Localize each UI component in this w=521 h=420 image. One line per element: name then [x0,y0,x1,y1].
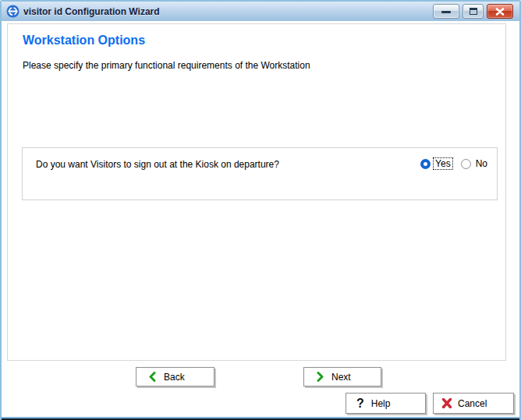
question-groupbox: Do you want Visitors to sign out at the … [22,147,498,200]
back-button[interactable]: Back [136,367,214,386]
cancel-x-icon [441,398,452,408]
bottom-window-edge [0,417,521,420]
help-button[interactable]: ? Help [346,393,426,414]
wizard-window: visitor id Configuration Wizard Workstat… [0,0,521,420]
question-label: Do you want Visitors to sign out at the … [36,159,279,170]
radio-option-yes[interactable]: Yes [420,157,453,170]
wizard-page-panel: Workstation Options Please specify the p… [7,23,506,361]
cancel-button-label: Cancel [458,398,487,409]
close-icon [495,5,505,19]
maximize-button[interactable] [463,4,484,19]
back-button-label: Back [164,372,185,383]
radio-no-label[interactable]: No [473,157,490,170]
title-bar[interactable]: visitor id Configuration Wizard [2,2,519,22]
chevron-left-icon [149,372,156,382]
radio-yes-label[interactable]: Yes [433,157,453,170]
help-question-icon: ? [356,397,364,410]
chevron-right-icon [317,372,324,382]
window-controls [433,4,513,19]
minimize-icon [441,11,451,13]
close-button[interactable] [487,4,513,19]
radio-yes-icon[interactable] [420,159,431,169]
radio-option-no[interactable]: No [461,157,490,170]
radio-no-icon[interactable] [461,159,471,169]
cancel-button[interactable]: Cancel [433,393,514,414]
page-subtitle: Please specify the primary functional re… [23,60,310,71]
help-button-label: Help [371,398,391,409]
window-title: visitor id Configuration Wizard [23,6,433,17]
radio-group-sign-out: Yes No [420,157,490,170]
next-button[interactable]: Next [303,367,381,386]
minimize-button[interactable] [433,4,459,19]
page-title: Workstation Options [23,34,145,48]
visitor-id-app-icon [6,5,19,18]
next-button-label: Next [331,372,351,383]
maximize-icon [470,8,477,15]
